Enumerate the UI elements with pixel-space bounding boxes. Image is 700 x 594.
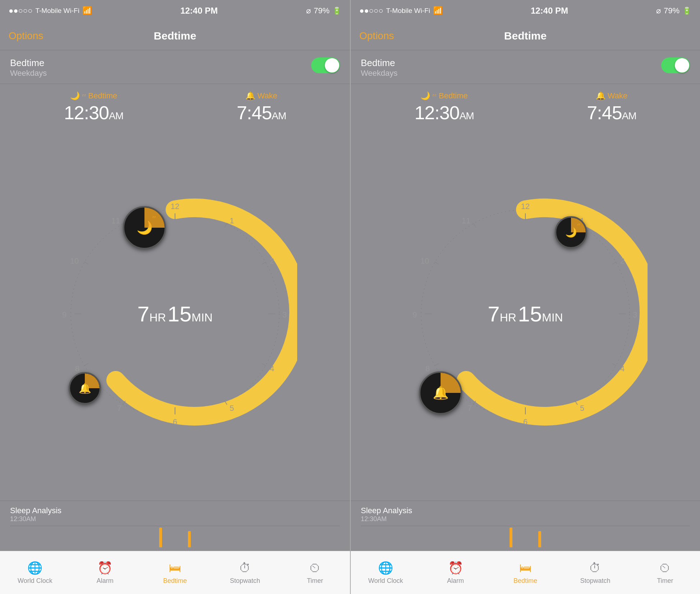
wake-time-label-right: 🔔 Wake xyxy=(587,91,636,101)
sleep-analysis-section-right: Sleep Analysis 12:30AM xyxy=(351,501,700,551)
bedtime-toggle-right[interactable] xyxy=(661,57,690,73)
nav-title: Bedtime xyxy=(154,30,196,42)
svg-text:12: 12 xyxy=(521,202,530,211)
status-time: 12:40 PM xyxy=(180,6,218,16)
header-section-right: Bedtime Weekdays xyxy=(351,50,700,84)
bedtime-handle[interactable]: ᶻᶻ 🌙 xyxy=(123,206,166,249)
bed-icon: 🛏 xyxy=(169,561,181,575)
bedtime-time-label-right: 🌙 ᶻᶻ Bedtime xyxy=(414,91,474,101)
bedtime-time-value: 12:30AM xyxy=(64,102,123,124)
sleep-analysis-title-right: Sleep Analysis xyxy=(361,506,690,515)
sleep-analysis-section: Sleep Analysis 12:30AM xyxy=(0,501,350,551)
clock-area: 12 1 2 3 4 5 6 7 8 9 10 11 7HR 15MIN xyxy=(0,127,350,501)
tab-stopwatch-right[interactable]: ⏱ Stopwatch xyxy=(560,561,630,585)
tab-alarm[interactable]: ⏰ Alarm xyxy=(70,561,140,585)
tab-alarm-right[interactable]: ⏰ Alarm xyxy=(420,561,490,585)
sleep-duration: 7HR 15MIN xyxy=(137,302,212,326)
sleep-bar-1 xyxy=(159,528,162,547)
clock-container-right[interactable]: 12 1 2 3 4 5 6 7 8 9 10 11 7HR 15MIN 🌙 xyxy=(403,192,648,436)
bell-icon: 🔔 xyxy=(245,91,255,101)
svg-line-5 xyxy=(262,363,266,366)
bedtime-toggle[interactable] xyxy=(311,57,340,73)
tab-bedtime-label: Bedtime xyxy=(163,577,187,585)
stopwatch-icon-right: ⏱ xyxy=(589,561,601,575)
svg-text:8: 8 xyxy=(75,364,79,373)
min-label-right: MIN xyxy=(542,311,563,324)
moon-icon-right: 🌙 xyxy=(420,91,430,101)
svg-text:6: 6 xyxy=(523,417,528,426)
moon-icon: 🌙 xyxy=(70,91,80,101)
alarm-icon: ⏰ xyxy=(97,561,112,575)
svg-text:2: 2 xyxy=(270,256,274,265)
status-bar: ●●○○○ T-Mobile Wi-Fi 📶 12:40 PM ⌀ 79% 🔋 xyxy=(0,0,350,22)
svg-line-36 xyxy=(434,262,439,264)
svg-text:8: 8 xyxy=(425,364,430,373)
status-bar-right: ●●○○○ T-Mobile Wi-Fi 📶 12:40 PM ⌀ 79% 🔋 xyxy=(351,0,700,22)
tab-alarm-label-right: Alarm xyxy=(447,577,464,585)
status-battery-right: ⌀ 79% 🔋 xyxy=(656,6,691,15)
bedtime-time-label: 🌙 ᶻᶻ Bedtime xyxy=(64,91,123,101)
svg-text:2: 2 xyxy=(620,256,625,265)
zzz-moon-icon: 🌙 xyxy=(565,227,577,238)
bedtime-header-label-right: Bedtime xyxy=(361,57,397,69)
wake-block: 🔔 Wake 7:45AM xyxy=(237,91,286,124)
min-label: MIN xyxy=(192,311,213,324)
svg-text:4: 4 xyxy=(270,364,274,373)
alarm-icon-right: ⏰ xyxy=(448,561,463,575)
bedtime-block-right: 🌙 ᶻᶻ Bedtime 12:30AM xyxy=(414,91,474,124)
options-button[interactable]: Options xyxy=(9,30,43,42)
options-button-right[interactable]: Options xyxy=(359,30,394,42)
tab-world-clock-right[interactable]: 🌐 World Clock xyxy=(351,561,420,585)
bell-icon-right: 🔔 xyxy=(596,91,605,101)
svg-text:7: 7 xyxy=(117,404,121,413)
svg-line-37 xyxy=(473,223,476,227)
wake-time-value-right: 7:45AM xyxy=(587,102,636,124)
svg-line-34 xyxy=(434,363,439,366)
tab-bedtime-right[interactable]: 🛏 Bedtime xyxy=(491,561,560,585)
svg-text:11: 11 xyxy=(111,216,120,225)
status-carrier: ●●○○○ T-Mobile Wi-Fi 📶 xyxy=(9,6,92,15)
times-section: 🌙 ᶻᶻ Bedtime 12:30AM 🔔 Wake 7:45AM xyxy=(0,84,350,127)
status-battery: ⌀ 79% 🔋 xyxy=(306,6,341,15)
weekdays-label-right: Weekdays xyxy=(361,69,397,78)
svg-line-2 xyxy=(225,223,227,227)
svg-text:3: 3 xyxy=(282,310,287,319)
sleep-bar-1-right xyxy=(510,528,512,547)
wake-handle-right[interactable]: 🔔 xyxy=(419,371,462,414)
sleep-minutes: 15 xyxy=(167,302,192,326)
sleep-hours: 7 xyxy=(137,302,149,326)
tab-timer-right[interactable]: ⏲ Timer xyxy=(630,561,700,585)
svg-line-33 xyxy=(473,401,476,405)
tab-bedtime[interactable]: 🛏 Bedtime xyxy=(140,561,210,585)
globe-icon: 🌐 xyxy=(27,561,42,575)
bedtime-header-label: Bedtime xyxy=(10,57,47,69)
header-text-right: Bedtime Weekdays xyxy=(361,57,397,78)
tab-timer[interactable]: ⏲ Timer xyxy=(280,561,350,585)
svg-text:5: 5 xyxy=(230,404,234,413)
sleep-analysis-time-right: 12:30AM xyxy=(361,515,690,523)
tab-world-clock-label-right: World Clock xyxy=(368,577,403,585)
nav-title-right: Bedtime xyxy=(504,30,547,42)
svg-line-30 xyxy=(612,363,616,366)
svg-text:9: 9 xyxy=(62,310,66,319)
bedtime-block: 🌙 ᶻᶻ Bedtime 12:30AM xyxy=(64,91,123,124)
tab-stopwatch-label: Stopwatch xyxy=(230,577,260,585)
svg-text:11: 11 xyxy=(462,216,470,225)
tab-world-clock[interactable]: 🌐 World Clock xyxy=(0,561,70,585)
weekdays-label: Weekdays xyxy=(10,69,47,78)
svg-text:6: 6 xyxy=(173,417,177,426)
tab-bedtime-label-right: Bedtime xyxy=(514,577,537,585)
tab-stopwatch-label-right: Stopwatch xyxy=(580,577,610,585)
svg-text:12: 12 xyxy=(171,202,179,211)
status-carrier-right: ●●○○○ T-Mobile Wi-Fi 📶 xyxy=(359,6,443,15)
wake-time-value: 7:45AM xyxy=(237,102,286,124)
bedtime-handle-right[interactable]: 🌙 ᶻᶻ xyxy=(555,216,587,249)
tab-stopwatch[interactable]: ⏱ Stopwatch xyxy=(210,561,280,585)
clock-container[interactable]: 12 1 2 3 4 5 6 7 8 9 10 11 7HR 15MIN xyxy=(53,192,297,436)
globe-icon-right: 🌐 xyxy=(378,561,393,575)
sleep-duration-right: 7HR 15MIN xyxy=(488,302,563,326)
svg-text:4: 4 xyxy=(620,364,625,373)
tab-timer-label: Timer xyxy=(307,577,323,585)
stopwatch-icon: ⏱ xyxy=(239,561,251,575)
wake-handle[interactable]: 🔔 xyxy=(69,372,101,404)
